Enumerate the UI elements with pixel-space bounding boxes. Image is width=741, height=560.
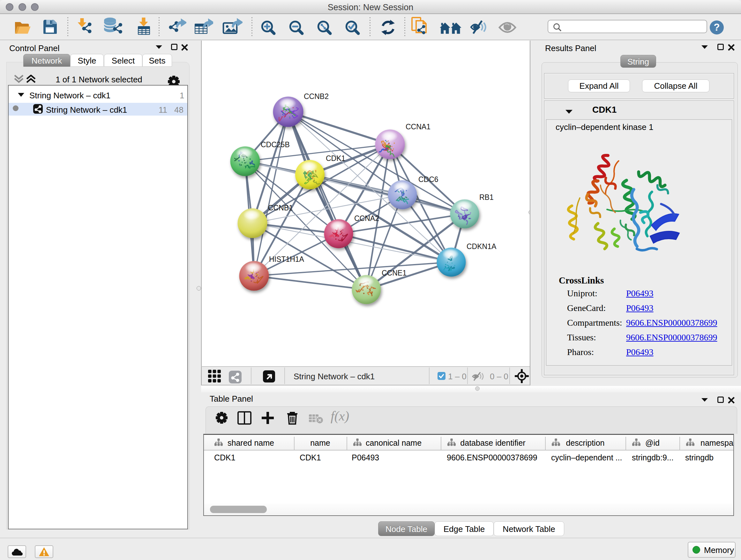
svg-text:CCNA2: CCNA2	[354, 214, 379, 223]
svg-text:CCNB2: CCNB2	[304, 92, 329, 101]
svg-text:CCNE1: CCNE1	[382, 269, 407, 277]
svg-text:CDC6: CDC6	[418, 175, 439, 184]
svg-text:CCNA1: CCNA1	[406, 123, 430, 131]
svg-text:CDK1: CDK1	[326, 154, 345, 163]
svg-text:CDKN1A: CDKN1A	[467, 242, 496, 251]
svg-text:CDC25B: CDC25B	[261, 140, 290, 149]
svg-text:HIST1H1A: HIST1H1A	[269, 255, 305, 263]
svg-text:CCNB1: CCNB1	[268, 204, 293, 212]
svg-text:RB1: RB1	[479, 193, 494, 201]
